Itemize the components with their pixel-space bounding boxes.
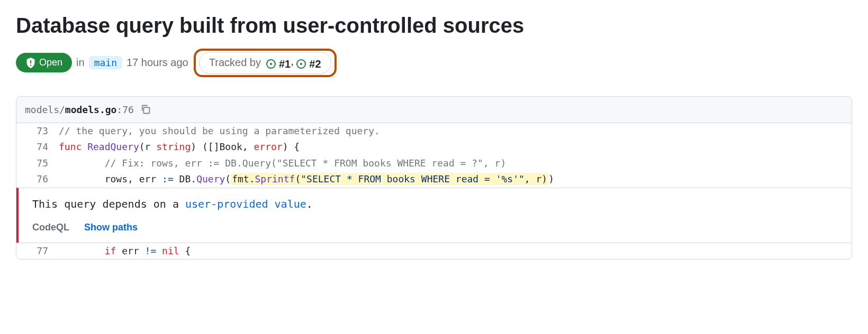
issue-open-icon	[266, 59, 276, 69]
copy-icon[interactable]	[140, 104, 151, 115]
alert-message: This query depends on a user-provided va…	[32, 198, 838, 210]
alert-shield-icon	[25, 58, 36, 68]
code-content: // the query, you should be using a para…	[59, 123, 852, 140]
tracked-label: Tracked by	[209, 57, 261, 69]
tracked-by-box: Tracked by #1, #2	[199, 52, 331, 74]
issue-open-icon	[296, 59, 306, 69]
state-label: Open	[39, 57, 62, 68]
code-bottom-line: 77 if err != nil {	[16, 243, 852, 259]
file-path[interactable]: models/models.go:76	[25, 104, 134, 115]
file-sep: :	[116, 104, 122, 115]
code-highlight: fmt.Sprintf("SELECT * FROM books WHERE r…	[231, 173, 548, 185]
alert-suffix: .	[306, 198, 313, 210]
code-file-header: models/models.go:76	[16, 97, 852, 123]
tracked-issues: #1, #2	[266, 55, 321, 70]
in-label: in	[76, 57, 85, 69]
code-row: 74func ReadQuery(r string) ([]Book, erro…	[16, 139, 852, 155]
alert-actions: CodeQL Show paths	[32, 222, 838, 233]
line-number: 77	[16, 243, 59, 259]
svg-rect-0	[143, 107, 149, 113]
code-container: models/models.go:76 73// the query, you …	[16, 96, 852, 260]
file-dir: models/	[25, 104, 65, 115]
alert-block: This query depends on a user-provided va…	[16, 188, 852, 243]
code-content: if err != nil {	[59, 243, 852, 259]
issue-number: #2	[309, 58, 321, 70]
code-content: rows, err := DB.Query(fmt.Sprintf("SELEC…	[59, 171, 852, 188]
code-row: 76 rows, err := DB.Query(fmt.Sprintf("SE…	[16, 171, 852, 188]
state-badge: Open	[16, 53, 72, 72]
code-row: 75 // Fix: rows, err := DB.Query("SELECT…	[16, 155, 852, 172]
line-number: 73	[16, 123, 59, 140]
line-number: 75	[16, 155, 59, 172]
file-name: models.go	[65, 104, 117, 115]
codeql-label: CodeQL	[32, 222, 69, 233]
alert-link[interactable]: user-provided value	[185, 198, 306, 210]
file-line: 76	[122, 104, 134, 115]
page-title: Database query built from user-controlle…	[16, 13, 852, 38]
show-paths-button[interactable]: Show paths	[84, 222, 138, 233]
branch-pill[interactable]: main	[89, 56, 122, 69]
code-row: 77 if err != nil {	[16, 243, 852, 259]
line-number: 76	[16, 171, 59, 188]
meta-row: Open in main 17 hours ago Tracked by #1,…	[16, 49, 852, 77]
tracked-issue-link[interactable]: #2	[296, 58, 321, 70]
code-content: func ReadQuery(r string) ([]Book, error)…	[59, 139, 852, 155]
timestamp: 17 hours ago	[126, 57, 188, 69]
code-row: 73// the query, you should be using a pa…	[16, 123, 852, 140]
tracked-issue-link[interactable]: #1	[266, 58, 291, 70]
tracked-highlight: Tracked by #1, #2	[194, 49, 337, 77]
issue-number: #1	[279, 58, 291, 70]
line-number: 74	[16, 139, 59, 155]
alert-prefix: This query depends on a	[32, 198, 185, 210]
code-content: // Fix: rows, err := DB.Query("SELECT * …	[59, 155, 852, 172]
code-lines: 73// the query, you should be using a pa…	[16, 123, 852, 188]
